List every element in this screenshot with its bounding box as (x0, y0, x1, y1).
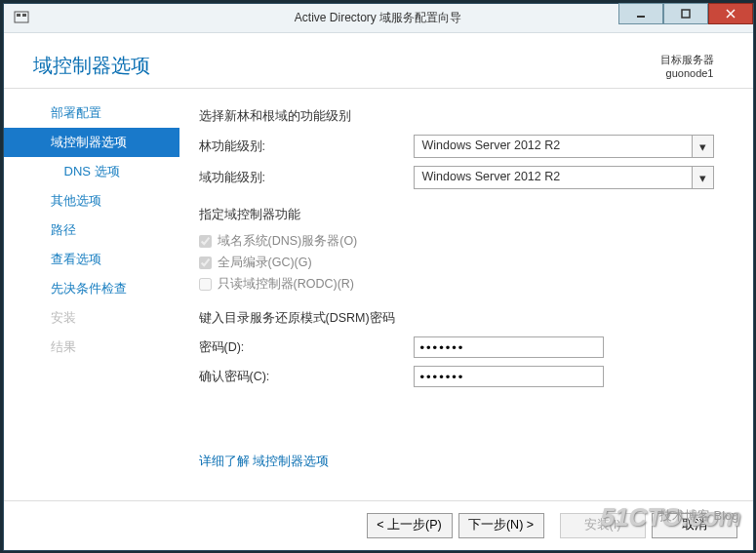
nav-dc-options[interactable]: 域控制器选项 (4, 128, 179, 157)
nav-other-options[interactable]: 其他选项 (4, 186, 179, 216)
minimize-button[interactable] (618, 3, 663, 24)
header-row: 域控制器选项 目标服务器 guonode1 (4, 33, 753, 90)
domain-level-row: 域功能级别: Windows Server 2012 R2 ▾ (199, 166, 714, 189)
nav-prereq-check[interactable]: 先决条件检查 (4, 274, 179, 303)
body-row: 部署配置 域控制器选项 DNS 选项 其他选项 路径 查看选项 先决条件检查 安… (4, 89, 753, 499)
gc-checkbox-row: 全局编录(GC)(G) (199, 255, 714, 271)
app-icon (14, 10, 29, 25)
section-dc-capabilities: 指定域控制器功能 (199, 207, 714, 223)
prev-button[interactable]: < 上一步(P) (367, 513, 453, 538)
gc-checkbox-label: 全局编录(GC)(G) (218, 255, 312, 271)
password-row: 密码(D): (199, 336, 714, 358)
more-info-link[interactable]: 详细了解 域控制器选项 (199, 454, 329, 470)
close-button[interactable] (708, 3, 753, 24)
password-input[interactable] (414, 336, 604, 358)
forest-level-label: 林功能级别: (199, 138, 414, 155)
forest-level-value: Windows Server 2012 R2 (414, 135, 693, 158)
target-server-name: guonode1 (660, 66, 714, 80)
section-dsrm-password: 键入目录服务还原模式(DSRM)密码 (199, 310, 714, 327)
install-button: 安装(I) (560, 513, 646, 538)
gc-checkbox (199, 257, 212, 269)
window-title: Active Directory 域服务配置向导 (295, 10, 461, 26)
section-functional-levels: 选择新林和根域的功能级别 (199, 108, 714, 125)
chevron-down-icon[interactable]: ▾ (693, 135, 714, 158)
nav-dns-options[interactable]: DNS 选项 (4, 157, 179, 186)
nav-install: 安装 (4, 303, 179, 333)
target-server-label: 目标服务器 (660, 53, 714, 66)
confirm-password-input[interactable] (414, 366, 604, 387)
rodc-checkbox (199, 278, 212, 291)
domain-level-label: 域功能级别: (199, 170, 414, 186)
svg-rect-1 (17, 14, 20, 17)
rodc-checkbox-label: 只读域控制器(RODC)(R) (218, 276, 354, 293)
dns-checkbox-row: 域名系统(DNS)服务器(O) (199, 233, 714, 250)
target-server-info: 目标服务器 guonode1 (660, 53, 714, 81)
confirm-password-row: 确认密码(C): (199, 366, 714, 387)
rodc-checkbox-row: 只读域控制器(RODC)(R) (199, 276, 714, 293)
next-button[interactable]: 下一步(N) > (458, 513, 544, 538)
content-area: 域控制器选项 目标服务器 guonode1 部署配置 域控制器选项 DNS 选项… (4, 33, 753, 550)
sidebar-nav: 部署配置 域控制器选项 DNS 选项 其他选项 路径 查看选项 先决条件检查 安… (4, 89, 179, 499)
svg-rect-0 (15, 12, 28, 22)
page-title: 域控制器选项 (33, 53, 150, 81)
svg-rect-2 (22, 14, 26, 17)
nav-results: 结果 (4, 333, 179, 362)
dns-checkbox (199, 235, 212, 248)
nav-deploy-config[interactable]: 部署配置 (4, 99, 179, 128)
nav-review-options[interactable]: 查看选项 (4, 245, 179, 274)
main-panel: 选择新林和根域的功能级别 林功能级别: Windows Server 2012 … (179, 89, 753, 499)
maximize-button[interactable] (663, 3, 708, 24)
nav-paths[interactable]: 路径 (4, 216, 179, 245)
dns-checkbox-label: 域名系统(DNS)服务器(O) (218, 233, 358, 250)
forest-level-select[interactable]: Windows Server 2012 R2 ▾ (414, 135, 714, 158)
domain-level-value: Windows Server 2012 R2 (414, 166, 693, 189)
confirm-password-label: 确认密码(C): (199, 369, 414, 385)
domain-level-select[interactable]: Windows Server 2012 R2 ▾ (414, 166, 714, 189)
forest-level-row: 林功能级别: Windows Server 2012 R2 ▾ (199, 135, 714, 158)
chevron-down-icon[interactable]: ▾ (693, 166, 714, 189)
footer-buttons: < 上一步(P) 下一步(N) > 安装(I) 取消 (4, 500, 753, 550)
watermark-sub: 技术博客 Blog (659, 507, 739, 525)
titlebar: Active Directory 域服务配置向导 (4, 4, 753, 33)
svg-rect-4 (682, 10, 690, 18)
window-controls (618, 3, 753, 24)
wizard-window: Active Directory 域服务配置向导 域控制器选项 目标服务器 gu… (3, 3, 754, 551)
password-label: 密码(D): (199, 339, 414, 356)
